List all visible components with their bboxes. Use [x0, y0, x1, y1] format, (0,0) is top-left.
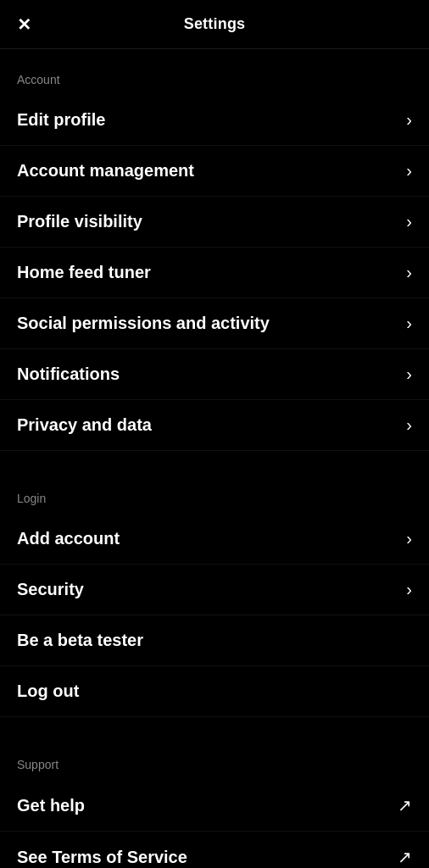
menu-item-add-account[interactable]: Add account› — [0, 514, 429, 565]
chevron-right-icon: › — [406, 212, 412, 231]
section-support: SupportGet help↗See Terms of Service↗ — [0, 734, 429, 868]
menu-item-edit-profile[interactable]: Edit profile› — [0, 95, 429, 146]
menu-item-label-privacy-and-data: Privacy and data — [17, 415, 152, 435]
chevron-right-icon: › — [406, 364, 412, 384]
menu-item-label-home-feed-tuner: Home feed tuner — [17, 263, 151, 282]
menu-item-label-profile-visibility: Profile visibility — [17, 212, 142, 231]
chevron-right-icon: › — [406, 110, 412, 130]
menu-item-label-log-out: Log out — [17, 682, 79, 701]
menu-item-label-get-help: Get help — [17, 796, 85, 815]
external-link-icon: ↗ — [398, 847, 412, 867]
section-label-support: Support — [0, 758, 429, 780]
section-label-login: Login — [0, 492, 429, 514]
menu-item-label-security: Security — [17, 580, 84, 599]
menu-item-terms-of-service[interactable]: See Terms of Service↗ — [0, 832, 429, 868]
menu-item-label-account-management: Account management — [17, 161, 194, 181]
chevron-right-icon: › — [406, 580, 412, 599]
section-login: LoginAdd account›Security›Be a beta test… — [0, 468, 429, 717]
menu-item-profile-visibility[interactable]: Profile visibility› — [0, 197, 429, 248]
menu-item-social-permissions[interactable]: Social permissions and activity› — [0, 298, 429, 349]
chevron-right-icon: › — [406, 415, 412, 435]
close-button[interactable]: ✕ — [17, 14, 31, 35]
header-title: Settings — [184, 15, 246, 33]
menu-item-privacy-and-data[interactable]: Privacy and data› — [0, 400, 429, 451]
section-label-account: Account — [0, 73, 429, 95]
chevron-right-icon: › — [406, 314, 412, 333]
section-account: AccountEdit profile›Account management›P… — [0, 49, 429, 451]
menu-item-security[interactable]: Security› — [0, 565, 429, 615]
menu-item-label-add-account: Add account — [17, 529, 120, 548]
chevron-right-icon: › — [406, 263, 412, 282]
menu-item-account-management[interactable]: Account management› — [0, 146, 429, 197]
divider-login — [0, 717, 429, 734]
menu-item-notifications[interactable]: Notifications› — [0, 349, 429, 400]
settings-screen: ✕ Settings AccountEdit profile›Account m… — [0, 0, 429, 868]
menu-item-home-feed-tuner[interactable]: Home feed tuner› — [0, 248, 429, 298]
menu-item-label-notifications: Notifications — [17, 364, 120, 384]
menu-item-label-social-permissions: Social permissions and activity — [17, 314, 270, 333]
divider-account — [0, 451, 429, 468]
sections-container: AccountEdit profile›Account management›P… — [0, 49, 429, 868]
menu-item-get-help[interactable]: Get help↗ — [0, 780, 429, 832]
menu-item-label-terms-of-service: See Terms of Service — [17, 848, 187, 867]
menu-item-beta-tester[interactable]: Be a beta tester — [0, 615, 429, 666]
external-link-icon: ↗ — [398, 795, 412, 815]
menu-item-label-beta-tester: Be a beta tester — [17, 631, 143, 650]
header: ✕ Settings — [0, 0, 429, 49]
chevron-right-icon: › — [406, 161, 412, 181]
menu-item-log-out[interactable]: Log out — [0, 666, 429, 717]
menu-item-label-edit-profile: Edit profile — [17, 110, 105, 130]
chevron-right-icon: › — [406, 529, 412, 548]
